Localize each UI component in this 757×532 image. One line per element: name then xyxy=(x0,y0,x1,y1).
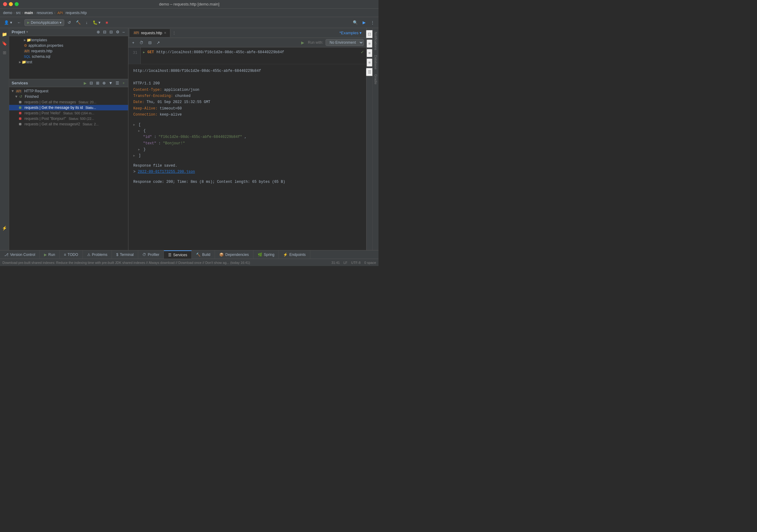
add-request-button[interactable]: + xyxy=(131,40,136,45)
tab-spring[interactable]: 🌿 Spring xyxy=(254,251,279,259)
project-dropdown-icon[interactable]: ▾ xyxy=(26,30,28,34)
tab-build[interactable]: 🔨 Build xyxy=(192,251,215,259)
tab-version-control[interactable]: ⎇ Version Control xyxy=(0,251,40,259)
resp-separator-2 xyxy=(133,159,361,163)
breadcrumb-file[interactable]: requests.http xyxy=(65,11,86,15)
close-tree-button[interactable]: – xyxy=(122,29,126,35)
plugins-icon[interactable]: ⚡ xyxy=(1,224,8,232)
run-request-button[interactable]: ▶ xyxy=(143,50,145,55)
settings-button[interactable]: ⚙ xyxy=(115,29,120,35)
content-wrapper: 📁 🔖 ⊞ ⚡ Project ▾ ⊕ ⊟ ⊟ ⚙ – ▶ 📁 templa xyxy=(0,28,378,250)
environment-dropdown[interactable]: No Environment xyxy=(326,39,364,46)
service-item-finished[interactable]: ▶ ↺ Finished xyxy=(9,94,128,99)
right-tool-1[interactable]: ⊡ xyxy=(366,30,373,38)
filter-button[interactable]: ⊟ xyxy=(108,29,114,35)
right-tool-2[interactable]: ≡ xyxy=(367,40,373,48)
bookmarks-icon[interactable]: 🔖 xyxy=(1,40,8,47)
right-tool-5[interactable]: ☰ xyxy=(366,68,373,76)
tab-services[interactable]: ☰ Services xyxy=(164,251,192,259)
right-tool-3[interactable]: ≡ xyxy=(367,49,373,57)
bottom-tabs: ⎇ Version Control ▶ Run ≡ TODO ⚠ Problem… xyxy=(0,250,378,259)
project-icon[interactable]: 📁 xyxy=(1,31,8,38)
fold-close-icon[interactable]: ▶ xyxy=(138,148,140,151)
service-item-get-message-by-id[interactable]: requests | Get the message by its id Sta… xyxy=(9,105,128,110)
services-collapse-button[interactable]: ⊟ xyxy=(89,80,94,86)
database-label[interactable]: Database xyxy=(373,53,378,72)
status-line-ending[interactable]: LF xyxy=(343,261,347,264)
run-with-label: Run with: xyxy=(308,40,323,44)
service-item-post-bonjour-status: Status: 500 (22... xyxy=(69,117,94,120)
run-all-requests-button[interactable]: ▶ xyxy=(300,40,305,45)
tab-overflow-button[interactable]: ⋮ xyxy=(170,30,178,36)
service-item-get-all-messages-2[interactable]: requests | Get all the messages#2 Status… xyxy=(9,121,128,127)
service-item-get-all-messages[interactable]: requests | Get all the messages Status: … xyxy=(9,99,128,105)
tab-endpoints[interactable]: ⚡ Endpoints xyxy=(279,251,310,259)
fold-close-array-icon[interactable]: ▶ xyxy=(133,154,135,158)
breadcrumb-resources[interactable]: resources xyxy=(37,11,53,15)
stop-button[interactable]: ■ xyxy=(104,19,109,26)
collapse-all-button[interactable]: ⊟ xyxy=(102,29,107,35)
right-tool-4[interactable]: ≡ xyxy=(367,58,373,67)
services-run-button[interactable]: ▶ xyxy=(83,81,87,86)
breadcrumb-demo[interactable]: demo xyxy=(3,11,12,15)
restart-button[interactable]: ↺ xyxy=(66,19,73,26)
build-button[interactable]: 🔨 xyxy=(74,19,82,26)
tab-terminal[interactable]: $ Terminal xyxy=(112,251,138,259)
status-charset[interactable]: UTF-8 xyxy=(351,261,360,264)
tree-item-application-properties[interactable]: ⚙ application.properties xyxy=(9,43,128,48)
services-settings-button[interactable]: ☰ xyxy=(115,80,120,86)
tab-run[interactable]: ▶ Run xyxy=(40,251,60,259)
traffic-lights[interactable] xyxy=(3,2,19,6)
expand-http-request-icon: ▶ xyxy=(11,90,15,92)
split-view-button[interactable]: ⊟ xyxy=(147,40,153,45)
project-label: Project xyxy=(12,30,25,34)
tab-dependencies[interactable]: 📦 Dependencies xyxy=(215,251,254,259)
fold-object-icon[interactable]: ▶ xyxy=(138,129,140,133)
services-expand-button[interactable]: ⊞ xyxy=(95,80,100,86)
locate-file-button[interactable]: ⊕ xyxy=(96,29,101,35)
run-config-label: DemoApplication xyxy=(31,20,59,25)
search-button[interactable]: 🔍 xyxy=(351,19,359,26)
examples-button[interactable]: *Examples ▾ xyxy=(338,30,363,36)
update-button[interactable]: ↓ xyxy=(84,19,89,26)
expand-test-icon: ▶ xyxy=(19,61,21,64)
profile-button[interactable]: 👤 ▾ xyxy=(2,19,14,26)
tree-item-schema-sql[interactable]: SQL schema.sql xyxy=(9,54,128,59)
maximize-button[interactable] xyxy=(15,2,19,6)
tab-requests-http[interactable]: API requests.http ✕ xyxy=(130,29,170,37)
history-button[interactable]: ⏱ xyxy=(138,40,145,45)
more-button[interactable]: ⋮ xyxy=(369,19,376,26)
tab-profiler[interactable]: ⏱ Profiler xyxy=(138,251,164,259)
open-editor-button[interactable]: ↗ xyxy=(155,40,161,45)
tree-item-templates[interactable]: ▶ 📁 templates xyxy=(9,37,128,43)
services-filter-button[interactable]: ▼ xyxy=(108,80,114,86)
structure-icon[interactable]: ⊞ xyxy=(2,49,8,56)
services-group-button[interactable]: ⊕ xyxy=(102,80,107,86)
breadcrumb-main[interactable]: main xyxy=(24,11,33,15)
service-item-post-bonjour[interactable]: requests | Post "Bonjour!" Status: 500 (… xyxy=(9,116,128,121)
minimize-button[interactable] xyxy=(9,2,13,6)
sql-file-icon: SQL xyxy=(24,55,31,58)
gradle-label[interactable]: Gradle xyxy=(373,72,378,87)
run-config-button[interactable]: ▶ DemoApplication ▾ xyxy=(24,19,65,26)
tree-item-requests-http[interactable]: API requests.http xyxy=(9,48,128,54)
status-indent[interactable]: 0 space xyxy=(364,261,376,264)
tab-close-button[interactable]: ✕ xyxy=(164,31,166,35)
tab-problems[interactable]: ⚠ Problems xyxy=(83,251,112,259)
response-header-date: Date: Thu, 01 Sep 2022 15:32:55 GMT xyxy=(133,99,361,105)
notifications-label[interactable]: Notifications xyxy=(373,29,378,53)
services-tree: ▶ API HTTP Request ▶ ↺ Finished requests… xyxy=(9,87,128,250)
run-all-button[interactable]: ▶ xyxy=(361,19,367,26)
service-item-http-request[interactable]: ▶ API HTTP Request xyxy=(9,88,128,94)
tab-todo[interactable]: ≡ TODO xyxy=(60,251,82,259)
debug-button[interactable]: 🐛 ▾ xyxy=(91,19,103,26)
close-button[interactable] xyxy=(3,2,7,6)
service-item-post-hello[interactable]: requests | Post 'Hello!' Status: 500 (16… xyxy=(9,110,128,116)
navigate-back-button[interactable]: ← xyxy=(15,19,23,26)
status-position[interactable]: 31:41 xyxy=(331,261,340,264)
fold-array-icon[interactable]: ▶ xyxy=(133,123,135,127)
response-file-link[interactable]: 2022-09-01T173255.200.json xyxy=(137,170,195,174)
breadcrumb-src[interactable]: src xyxy=(16,11,21,15)
tree-item-test[interactable]: ▶ 📁 test xyxy=(9,59,128,65)
services-add-button[interactable]: + xyxy=(121,80,126,86)
